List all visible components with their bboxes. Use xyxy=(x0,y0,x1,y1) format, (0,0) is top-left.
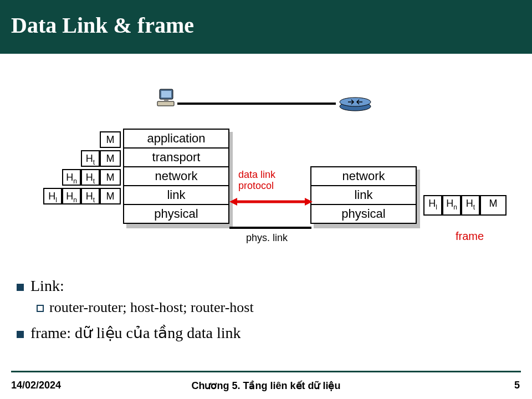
hdr-cell: M xyxy=(100,188,121,204)
hdr-cell: Hl xyxy=(423,195,442,216)
svg-point-5 xyxy=(340,98,371,106)
hdr-cell: M xyxy=(100,169,121,186)
hdr-row-1: M xyxy=(38,131,121,148)
layer-physical: physical xyxy=(311,205,416,223)
hdr-cell: Hn xyxy=(62,169,81,186)
physical-link-line xyxy=(229,227,311,229)
sub-bullet-link-types: router-router; host-host; router-host xyxy=(37,299,515,316)
layer-link: link xyxy=(124,186,228,205)
sub-bullet-text: router-router; host-host; router-host xyxy=(49,299,254,316)
svg-rect-2 xyxy=(157,101,174,106)
layer-transport: transport xyxy=(124,149,228,167)
top-link-line xyxy=(177,103,336,105)
slide-footer: 14/02/2024 Chương 5. Tầng liên kết dữ li… xyxy=(0,380,532,391)
hdr-cell: Ht xyxy=(81,188,100,204)
encapsulation-headers-left: M Ht M Hn Ht M Hl Hn Ht M xyxy=(38,131,121,207)
svg-rect-3 xyxy=(164,99,168,101)
hdr-cell: Hl xyxy=(43,188,62,204)
bullet-content: Link: router-router; host-host; router-h… xyxy=(17,277,515,346)
bullet-text: frame: dữ liệu của tầng data link xyxy=(30,324,241,342)
slide-title: Data Link & frame xyxy=(11,12,521,38)
data-link-protocol-label: data linkprotocol xyxy=(238,169,275,191)
hdr-cell: M xyxy=(100,150,121,167)
red-double-arrow xyxy=(229,197,313,206)
physical-link-label: phys. link xyxy=(246,232,288,244)
bullet-square-icon xyxy=(17,331,24,338)
slide-header: Data Link & frame xyxy=(0,0,532,54)
encapsulation-headers-right: Hl Hn Ht M xyxy=(423,195,507,216)
layer-network: network xyxy=(311,167,416,186)
footer-page-number: 5 xyxy=(514,380,520,391)
layer-application: application xyxy=(124,130,228,149)
layer-physical: physical xyxy=(124,205,228,223)
hdr-cell: Hn xyxy=(442,195,461,216)
computer-icon xyxy=(156,87,178,109)
footer-date: 14/02/2024 xyxy=(11,380,61,391)
frame-label: frame xyxy=(456,230,484,243)
footer-divider xyxy=(11,371,521,372)
hdr-cell: Ht xyxy=(81,169,100,186)
hdr-cell: Hn xyxy=(62,188,81,204)
bullet-outline-icon xyxy=(37,305,44,312)
router-icon xyxy=(338,95,372,112)
hdr-cell: M xyxy=(480,195,507,216)
stack-body: network link physical xyxy=(310,166,417,224)
router-protocol-stack: network link physical xyxy=(310,166,417,224)
stack-body: application transport network link physi… xyxy=(123,129,229,224)
bullet-frame: frame: dữ liệu của tầng data link xyxy=(17,324,515,342)
bullet-link: Link: xyxy=(17,277,515,295)
svg-marker-7 xyxy=(229,198,237,206)
hdr-cell: M xyxy=(100,131,121,148)
footer-chapter: Chương 5. Tầng liên kết dữ liệu xyxy=(192,380,341,392)
host-protocol-stack: application transport network link physi… xyxy=(123,129,229,224)
hdr-cell: Ht xyxy=(461,195,480,216)
hdr-cell: Ht xyxy=(81,150,100,167)
diagram-area: M Ht M Hn Ht M Hl Hn Ht M application tr… xyxy=(0,76,532,275)
bullet-text: Link: xyxy=(30,277,64,295)
svg-rect-1 xyxy=(161,91,171,98)
hdr-row-4: Hl Hn Ht M xyxy=(38,188,121,204)
layer-link: link xyxy=(311,186,416,205)
layer-network: network xyxy=(124,167,228,186)
hdr-row-3: Hn Ht M xyxy=(38,169,121,186)
svg-marker-8 xyxy=(305,198,313,206)
bullet-square-icon xyxy=(17,284,24,291)
hdr-row-2: Ht M xyxy=(38,150,121,167)
